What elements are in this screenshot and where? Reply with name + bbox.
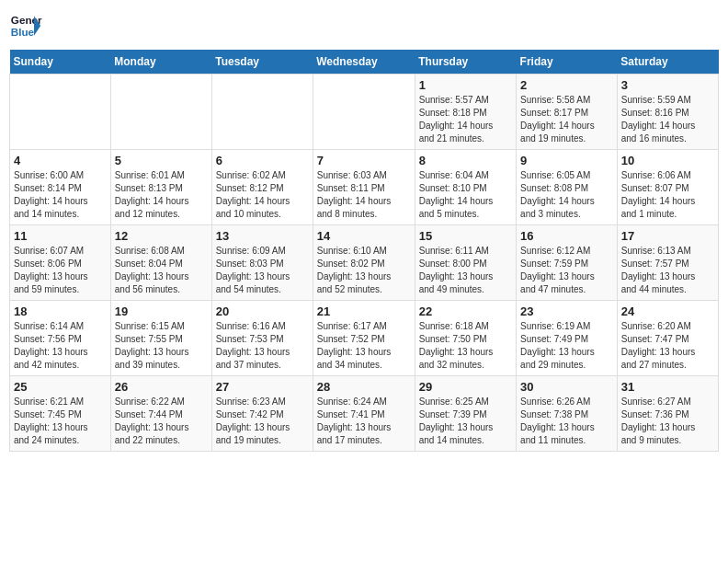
weekday-header-monday: Monday (110, 50, 211, 75)
day-number: 23 (520, 304, 613, 318)
weekday-header-sunday: Sunday (10, 50, 111, 75)
day-number: 17 (621, 229, 714, 243)
day-cell: 14Sunrise: 6:10 AM Sunset: 8:02 PM Dayli… (313, 225, 415, 301)
week-row-4: 18Sunrise: 6:14 AM Sunset: 7:56 PM Dayli… (10, 301, 719, 376)
day-info: Sunrise: 6:16 AM Sunset: 7:53 PM Dayligh… (216, 320, 309, 372)
day-number: 3 (621, 78, 714, 92)
day-info: Sunrise: 6:10 AM Sunset: 8:02 PM Dayligh… (317, 245, 411, 296)
day-info: Sunrise: 6:15 AM Sunset: 7:55 PM Dayligh… (115, 320, 208, 372)
day-number: 18 (14, 304, 107, 318)
week-row-5: 25Sunrise: 6:21 AM Sunset: 7:45 PM Dayli… (10, 376, 719, 452)
day-info: Sunrise: 6:11 AM Sunset: 8:00 PM Dayligh… (419, 245, 512, 296)
day-cell: 17Sunrise: 6:13 AM Sunset: 7:57 PM Dayli… (617, 225, 718, 301)
logo-icon: General Blue (9, 9, 42, 42)
day-number: 6 (216, 154, 309, 167)
day-number: 11 (14, 229, 107, 243)
week-row-2: 4Sunrise: 6:00 AM Sunset: 8:14 PM Daylig… (10, 150, 719, 225)
calendar-table: SundayMondayTuesdayWednesdayThursdayFrid… (9, 50, 719, 452)
day-cell: 12Sunrise: 6:08 AM Sunset: 8:04 PM Dayli… (110, 225, 211, 301)
day-info: Sunrise: 6:06 AM Sunset: 8:07 PM Dayligh… (621, 169, 714, 221)
day-cell: 1Sunrise: 5:57 AM Sunset: 8:18 PM Daylig… (415, 75, 516, 150)
day-info: Sunrise: 5:57 AM Sunset: 8:18 PM Dayligh… (419, 94, 512, 145)
day-info: Sunrise: 6:08 AM Sunset: 8:04 PM Dayligh… (115, 245, 208, 296)
day-number: 16 (520, 229, 613, 243)
day-info: Sunrise: 6:00 AM Sunset: 8:14 PM Dayligh… (14, 169, 107, 221)
day-number: 12 (115, 229, 208, 243)
day-info: Sunrise: 6:18 AM Sunset: 7:50 PM Dayligh… (419, 320, 512, 372)
day-number: 7 (317, 154, 411, 167)
day-cell: 10Sunrise: 6:06 AM Sunset: 8:07 PM Dayli… (617, 150, 718, 225)
day-info: Sunrise: 6:14 AM Sunset: 7:56 PM Dayligh… (14, 320, 107, 372)
day-number: 26 (115, 380, 208, 394)
svg-text:Blue: Blue (11, 26, 35, 38)
weekday-header-row: SundayMondayTuesdayWednesdayThursdayFrid… (10, 50, 719, 75)
day-cell: 16Sunrise: 6:12 AM Sunset: 7:59 PM Dayli… (517, 225, 618, 301)
day-info: Sunrise: 5:58 AM Sunset: 8:17 PM Dayligh… (520, 94, 613, 145)
day-number: 30 (520, 380, 613, 394)
day-cell: 8Sunrise: 6:04 AM Sunset: 8:10 PM Daylig… (415, 150, 516, 225)
day-number: 1 (419, 78, 512, 92)
weekday-header-saturday: Saturday (617, 50, 718, 75)
day-info: Sunrise: 6:20 AM Sunset: 7:47 PM Dayligh… (621, 320, 714, 372)
logo: General Blue (9, 9, 42, 42)
day-cell (10, 75, 111, 150)
day-info: Sunrise: 6:26 AM Sunset: 7:38 PM Dayligh… (520, 396, 613, 447)
day-number: 22 (419, 304, 512, 318)
day-cell: 27Sunrise: 6:23 AM Sunset: 7:42 PM Dayli… (211, 376, 313, 452)
day-cell: 23Sunrise: 6:19 AM Sunset: 7:49 PM Dayli… (517, 301, 618, 376)
day-cell: 18Sunrise: 6:14 AM Sunset: 7:56 PM Dayli… (10, 301, 111, 376)
day-info: Sunrise: 6:17 AM Sunset: 7:52 PM Dayligh… (317, 320, 411, 372)
day-number: 13 (216, 229, 309, 243)
page-header: General Blue (9, 9, 719, 42)
day-cell (313, 75, 415, 150)
day-info: Sunrise: 6:25 AM Sunset: 7:39 PM Dayligh… (419, 396, 512, 447)
day-cell: 2Sunrise: 5:58 AM Sunset: 8:17 PM Daylig… (517, 75, 618, 150)
day-number: 5 (115, 154, 208, 167)
day-cell: 7Sunrise: 6:03 AM Sunset: 8:11 PM Daylig… (313, 150, 415, 225)
weekday-header-thursday: Thursday (415, 50, 516, 75)
day-info: Sunrise: 6:09 AM Sunset: 8:03 PM Dayligh… (216, 245, 309, 296)
day-cell: 19Sunrise: 6:15 AM Sunset: 7:55 PM Dayli… (110, 301, 211, 376)
day-cell: 4Sunrise: 6:00 AM Sunset: 8:14 PM Daylig… (10, 150, 111, 225)
day-cell: 11Sunrise: 6:07 AM Sunset: 8:06 PM Dayli… (10, 225, 111, 301)
day-cell: 26Sunrise: 6:22 AM Sunset: 7:44 PM Dayli… (110, 376, 211, 452)
day-cell: 9Sunrise: 6:05 AM Sunset: 8:08 PM Daylig… (517, 150, 618, 225)
week-row-3: 11Sunrise: 6:07 AM Sunset: 8:06 PM Dayli… (10, 225, 719, 301)
day-cell: 6Sunrise: 6:02 AM Sunset: 8:12 PM Daylig… (211, 150, 313, 225)
day-number: 24 (621, 304, 714, 318)
day-info: Sunrise: 6:03 AM Sunset: 8:11 PM Dayligh… (317, 169, 411, 221)
day-cell: 25Sunrise: 6:21 AM Sunset: 7:45 PM Dayli… (10, 376, 111, 452)
day-info: Sunrise: 6:19 AM Sunset: 7:49 PM Dayligh… (520, 320, 613, 372)
day-info: Sunrise: 6:07 AM Sunset: 8:06 PM Dayligh… (14, 245, 107, 296)
day-info: Sunrise: 6:02 AM Sunset: 8:12 PM Dayligh… (216, 169, 309, 221)
day-number: 10 (621, 154, 714, 167)
day-info: Sunrise: 6:22 AM Sunset: 7:44 PM Dayligh… (115, 396, 208, 447)
day-number: 9 (520, 154, 613, 167)
weekday-header-friday: Friday (517, 50, 618, 75)
day-number: 15 (419, 229, 512, 243)
day-info: Sunrise: 6:27 AM Sunset: 7:36 PM Dayligh… (621, 396, 714, 447)
day-number: 14 (317, 229, 411, 243)
day-number: 4 (14, 154, 107, 167)
day-number: 28 (317, 380, 411, 394)
day-number: 31 (621, 380, 714, 394)
weekday-header-tuesday: Tuesday (211, 50, 313, 75)
day-info: Sunrise: 6:23 AM Sunset: 7:42 PM Dayligh… (216, 396, 309, 447)
day-number: 19 (115, 304, 208, 318)
day-number: 27 (216, 380, 309, 394)
day-number: 2 (520, 78, 613, 92)
day-cell: 13Sunrise: 6:09 AM Sunset: 8:03 PM Dayli… (211, 225, 313, 301)
calendar-body: 1Sunrise: 5:57 AM Sunset: 8:18 PM Daylig… (10, 75, 719, 452)
week-row-1: 1Sunrise: 5:57 AM Sunset: 8:18 PM Daylig… (10, 75, 719, 150)
day-info: Sunrise: 6:01 AM Sunset: 8:13 PM Dayligh… (115, 169, 208, 221)
day-info: Sunrise: 6:12 AM Sunset: 7:59 PM Dayligh… (520, 245, 613, 296)
day-info: Sunrise: 6:24 AM Sunset: 7:41 PM Dayligh… (317, 396, 411, 447)
day-cell: 31Sunrise: 6:27 AM Sunset: 7:36 PM Dayli… (617, 376, 718, 452)
day-cell: 29Sunrise: 6:25 AM Sunset: 7:39 PM Dayli… (415, 376, 516, 452)
day-number: 21 (317, 304, 411, 318)
day-number: 25 (14, 380, 107, 394)
day-number: 29 (419, 380, 512, 394)
day-cell: 3Sunrise: 5:59 AM Sunset: 8:16 PM Daylig… (617, 75, 718, 150)
day-cell (211, 75, 313, 150)
day-cell: 5Sunrise: 6:01 AM Sunset: 8:13 PM Daylig… (110, 150, 211, 225)
